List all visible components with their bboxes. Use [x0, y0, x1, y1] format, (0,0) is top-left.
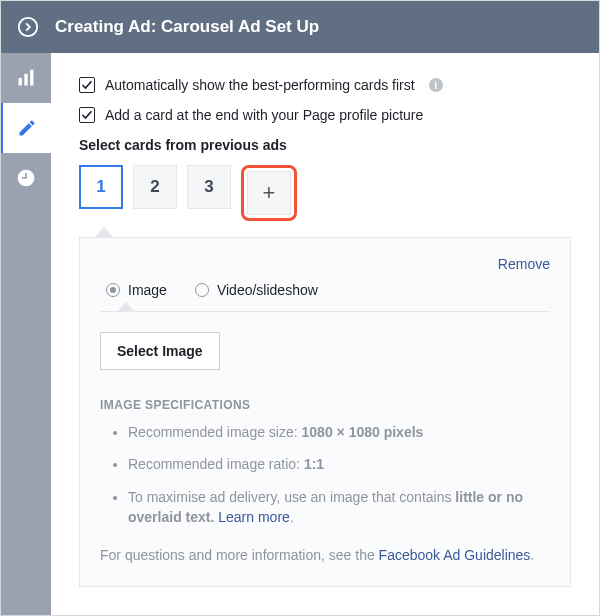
sidebar-item-history[interactable]: [1, 153, 51, 203]
checkbox-icon: [79, 77, 95, 93]
svg-rect-2: [24, 74, 27, 86]
card-tab-add[interactable]: +: [247, 171, 291, 215]
section-label: Select cards from previous ads: [79, 137, 571, 153]
sidebar-item-metrics[interactable]: [1, 53, 51, 103]
sidebar: [1, 53, 51, 615]
info-icon[interactable]: i: [429, 78, 443, 92]
spec-item: Recommended image ratio: 1:1: [128, 454, 550, 474]
radio-dot-icon: [195, 283, 209, 297]
checkbox-label: Automatically show the best-performing c…: [105, 77, 415, 93]
svg-point-0: [19, 18, 37, 36]
app-root: Creating Ad: Carousel Ad Set Up Automati…: [0, 0, 600, 616]
card-tab-1[interactable]: 1: [79, 165, 123, 209]
remove-link[interactable]: Remove: [498, 256, 550, 272]
bar-chart-icon: [16, 68, 36, 88]
footer-note: For questions and more information, see …: [100, 545, 550, 566]
page-title: Creating Ad: Carousel Ad Set Up: [55, 17, 319, 37]
svg-rect-1: [19, 78, 22, 86]
radio-dot-icon: [106, 283, 120, 297]
learn-more-link[interactable]: Learn more: [218, 509, 290, 525]
content-area: Automatically show the best-performing c…: [51, 53, 599, 615]
clock-icon: [16, 168, 36, 188]
spec-item: Recommended image size: 1080 × 1080 pixe…: [128, 422, 550, 442]
checkbox-auto-best[interactable]: Automatically show the best-performing c…: [79, 77, 571, 93]
card-tabs: 1 2 3 +: [79, 165, 571, 221]
titlebar: Creating Ad: Carousel Ad Set Up: [1, 1, 599, 53]
sidebar-item-edit[interactable]: [1, 103, 51, 153]
radio-pointer-icon: [118, 302, 134, 311]
checkbox-end-card[interactable]: Add a card at the end with your Page pro…: [79, 107, 571, 123]
card-tab-3[interactable]: 3: [187, 165, 231, 209]
collapse-chevron-icon[interactable]: [17, 16, 39, 38]
checkbox-label: Add a card at the end with your Page pro…: [105, 107, 423, 123]
card-panel: Remove Image Video/slideshow Select Imag…: [79, 237, 571, 587]
card-tab-2[interactable]: 2: [133, 165, 177, 209]
spec-title: IMAGE SPECIFICATIONS: [100, 398, 550, 412]
radio-video[interactable]: Video/slideshow: [195, 282, 318, 298]
checkbox-icon: [79, 107, 95, 123]
pencil-icon: [17, 118, 37, 138]
radio-image[interactable]: Image: [106, 282, 167, 298]
tab-pointer-icon: [95, 227, 113, 237]
svg-rect-3: [30, 70, 33, 86]
highlight-annotation: +: [241, 165, 297, 221]
radio-label: Image: [128, 282, 167, 298]
image-specifications: IMAGE SPECIFICATIONS Recommended image s…: [100, 398, 550, 527]
spec-item: To maximise ad delivery, use an image th…: [128, 487, 550, 528]
media-type-radios: Image Video/slideshow: [106, 282, 550, 298]
select-image-button[interactable]: Select Image: [100, 332, 220, 370]
radio-label: Video/slideshow: [217, 282, 318, 298]
guidelines-link[interactable]: Facebook Ad Guidelines: [379, 547, 531, 563]
